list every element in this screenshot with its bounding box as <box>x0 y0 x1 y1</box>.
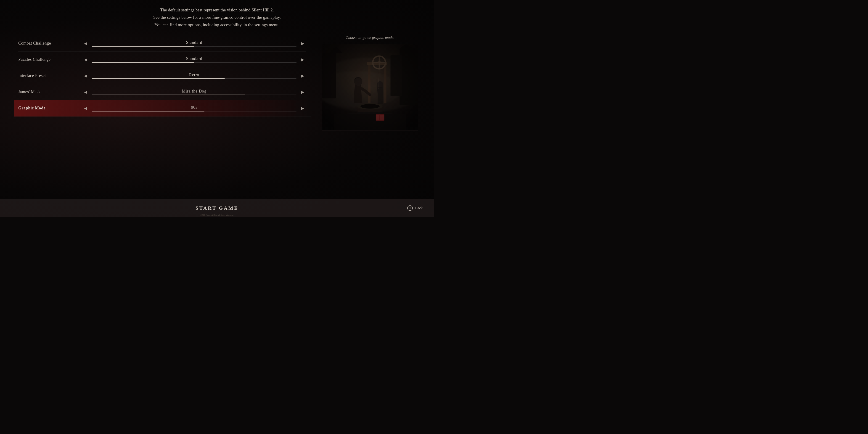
copyright-text: 2023 Konami Digital Entertainment <box>200 214 234 216</box>
arrow-left-combat-challenge[interactable]: ◀ <box>82 40 89 47</box>
setting-row-graphic-mode: Graphic Mode ◀ 90s ▶ <box>14 100 311 117</box>
main-layout: Combat Challenge ◀ Standard ▶ Puzzles Ch… <box>0 31 434 199</box>
bottom-bar: START GAME 2023 Konami Digital Entertain… <box>0 199 434 217</box>
setting-label-james-mask: James' Mask <box>18 90 82 94</box>
slider-filled-combat-challenge <box>92 46 194 46</box>
header-line-2: See the settings below for a more fine-g… <box>153 14 281 21</box>
setting-control-combat-challenge: ◀ Standard ▶ <box>82 40 306 47</box>
arrow-right-puzzles-challenge[interactable]: ▶ <box>299 56 306 63</box>
header-line-1: The default settings best represent the … <box>153 6 281 14</box>
setting-control-puzzles-challenge: ◀ Standard ▶ <box>82 56 306 63</box>
setting-label-puzzles-challenge: Puzzles Challenge <box>18 57 82 62</box>
slider-track-combat-challenge <box>92 46 297 46</box>
arrow-left-james-mask[interactable]: ◀ <box>82 89 89 95</box>
svg-rect-28 <box>322 44 418 130</box>
header-description: The default settings best represent the … <box>153 6 281 29</box>
arrow-left-graphic-mode[interactable]: ◀ <box>82 105 89 112</box>
arrow-right-combat-challenge[interactable]: ▶ <box>299 40 306 47</box>
setting-control-interface-preset: ◀ Retro ▶ <box>82 72 306 79</box>
arrow-right-james-mask[interactable]: ▶ <box>299 89 306 95</box>
slider-track-james-mask <box>92 95 297 95</box>
value-container-james-mask: Mira the Dog <box>92 89 297 95</box>
setting-control-graphic-mode: ◀ 90s ▶ <box>82 105 306 112</box>
slider-filled-puzzles-challenge <box>92 62 194 63</box>
back-label: Back <box>415 206 423 210</box>
start-game-button[interactable]: START GAME <box>195 205 239 211</box>
arrow-right-interface-preset[interactable]: ▶ <box>299 72 306 79</box>
setting-row-james-mask: James' Mask ◀ Mira the Dog ▶ <box>18 84 306 100</box>
setting-label-combat-challenge: Combat Challenge <box>18 41 82 46</box>
back-button[interactable]: ○ Back <box>407 205 423 211</box>
back-circle-icon: ○ <box>407 205 413 211</box>
setting-row-interface-preset: Interface Preset ◀ Retro ▶ <box>18 68 306 84</box>
setting-control-james-mask: ◀ Mira the Dog ▶ <box>82 89 306 95</box>
value-text-combat-challenge: Standard <box>186 40 202 45</box>
slider-filled-interface-preset <box>92 79 225 79</box>
value-container-puzzles-challenge: Standard <box>92 56 297 63</box>
settings-panel: Combat Challenge ◀ Standard ▶ Puzzles Ch… <box>9 31 315 121</box>
preview-panel: Choose in-game graphic mode. <box>315 31 425 135</box>
scene-svg <box>322 44 418 130</box>
slider-filled-james-mask <box>92 95 245 95</box>
setting-label-graphic-mode: Graphic Mode <box>18 106 82 111</box>
slider-track-graphic-mode <box>92 111 297 112</box>
header-line-3: You can find more options, including acc… <box>153 21 281 29</box>
value-text-interface-preset: Retro <box>189 73 199 78</box>
setting-label-interface-preset: Interface Preset <box>18 73 82 78</box>
preview-label: Choose in-game graphic mode. <box>346 35 394 40</box>
preview-image <box>322 43 418 130</box>
value-text-james-mask: Mira the Dog <box>182 89 207 94</box>
value-container-combat-challenge: Standard <box>92 40 297 46</box>
arrow-left-puzzles-challenge[interactable]: ◀ <box>82 56 89 63</box>
slider-filled-graphic-mode <box>92 111 205 112</box>
slider-track-puzzles-challenge <box>92 62 297 63</box>
value-text-puzzles-challenge: Standard <box>186 56 202 61</box>
arrow-right-graphic-mode[interactable]: ▶ <box>299 105 306 112</box>
setting-row-combat-challenge: Combat Challenge ◀ Standard ▶ <box>18 35 306 52</box>
value-container-graphic-mode: 90s <box>92 105 297 112</box>
setting-row-puzzles-challenge: Puzzles Challenge ◀ Standard ▶ <box>18 52 306 68</box>
slider-track-interface-preset <box>92 79 297 79</box>
arrow-left-interface-preset[interactable]: ◀ <box>82 72 89 79</box>
content-wrapper: The default settings best represent the … <box>0 0 434 217</box>
value-container-interface-preset: Retro <box>92 73 297 79</box>
value-text-graphic-mode: 90s <box>191 105 197 110</box>
